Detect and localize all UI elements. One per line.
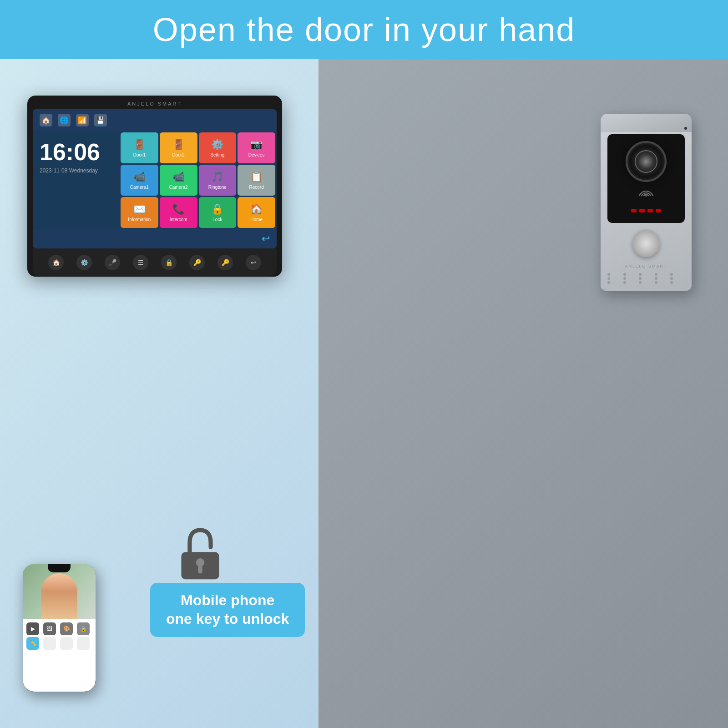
tile-devices-label: Devices <box>248 152 265 157</box>
monitor-brand: ANJELO SMART <box>33 101 277 106</box>
camera1-icon: 📹 <box>133 171 146 183</box>
phone-video-preview <box>23 564 96 619</box>
ctrl-btn-3[interactable]: 🎤 <box>105 255 120 270</box>
speaker-dot <box>655 277 657 280</box>
monitor-controls: 🏠 ⚙️ 🎤 ☰ 🔒 🔑 🔑 ↩ <box>33 248 277 277</box>
speaker-dot <box>639 273 642 276</box>
ctrl-btn-7[interactable]: 🔑 <box>217 255 233 270</box>
speaker-dot <box>655 273 657 276</box>
speaker-dot <box>639 281 642 284</box>
ctrl-btn-6[interactable]: 🔑 <box>189 255 205 270</box>
lock-icon: 🔒 <box>211 203 223 215</box>
screen-bottombar: ↩ <box>33 229 277 248</box>
monitor-screen: 🏠 🌐 📶 💾 16:06 2023-11-08 Wednesday <box>33 109 277 248</box>
phone-container: ▶ 🖼 🎨 🔒 ✏️ <box>14 564 105 692</box>
ctrl-btn-4[interactable]: ☰ <box>133 255 148 270</box>
app-gallery[interactable]: 🖼 <box>43 622 56 635</box>
phone-app-grid: ▶ 🖼 🎨 🔒 ✏️ <box>23 619 96 653</box>
right-panel: ANJELO SMART <box>318 59 728 728</box>
home-topbar-icon[interactable]: 🏠 <box>40 114 52 126</box>
phone-hand: ▶ 🖼 🎨 🔒 ✏️ <box>14 564 105 692</box>
tile-record[interactable]: 📋 Record <box>238 165 275 196</box>
clock-date: 2023-11-08 Wednesday <box>40 167 112 174</box>
wifi-topbar-icon[interactable]: 📶 <box>76 114 89 126</box>
speaker-dot <box>639 277 642 280</box>
ctrl-btn-8[interactable]: ↩ <box>246 255 261 270</box>
tile-ringtone-label: Ringtone <box>208 185 227 190</box>
app-messages[interactable] <box>43 637 56 650</box>
app-features[interactable] <box>77 637 90 650</box>
ctrl-btn-1[interactable]: 🏠 <box>48 255 64 270</box>
svg-point-1 <box>196 558 204 566</box>
ctrl-btn-5[interactable]: 🔒 <box>161 255 177 270</box>
tile-information[interactable]: ✉️ Information <box>121 197 158 228</box>
monitor-outer: ANJELO SMART 🏠 🌐 📶 💾 16:06 202 <box>27 96 282 277</box>
app-playback[interactable]: ▶ <box>26 622 39 635</box>
tile-ringtone[interactable]: 🎵 Ringtone <box>199 165 237 196</box>
tile-camera1[interactable]: 📹 Camera1 <box>121 165 158 196</box>
app-lock[interactable]: 🔒 <box>77 622 90 635</box>
tile-lock[interactable]: 🔒 Lock <box>199 197 237 228</box>
app-email[interactable] <box>60 637 73 650</box>
phone-device: ▶ 🖼 🎨 🔒 ✏️ <box>23 564 96 692</box>
header-banner: Open the door in your hand <box>0 0 728 59</box>
speaker-dot <box>607 277 610 280</box>
tile-camera2-label: Camera2 <box>169 185 188 190</box>
unlock-text: Mobile phoneone key to unlock <box>166 591 289 629</box>
doorbell-outer: ANJELO SMART <box>601 114 692 291</box>
tile-home[interactable]: 🏠 Home <box>238 197 275 228</box>
tile-setting-label: Setting <box>210 152 224 157</box>
ringtone-icon: 🎵 <box>211 171 223 183</box>
record-icon: 📋 <box>250 171 263 183</box>
tile-setting[interactable]: ⚙️ Setting <box>199 132 237 163</box>
door1-icon: 🚪 <box>133 139 146 151</box>
back-button[interactable]: ↩ <box>262 233 270 245</box>
led-2 <box>639 209 645 212</box>
camera-inner <box>635 150 657 173</box>
doorbell-brand: ANJELO SMART <box>607 264 685 268</box>
speaker-dot <box>655 281 657 284</box>
doorbell-camera-dot <box>684 127 687 130</box>
svg-point-3 <box>645 195 647 197</box>
clock-time: 16:06 <box>40 140 112 164</box>
unlock-icon-container <box>173 526 228 582</box>
doorbell-button[interactable] <box>632 230 660 257</box>
tile-lock-label: Lock <box>212 217 222 222</box>
tile-camera2[interactable]: 📹 Camera2 <box>160 165 197 196</box>
led-4 <box>656 209 661 212</box>
globe-topbar-icon[interactable]: 🌐 <box>58 114 71 126</box>
speaker-dot <box>607 273 610 276</box>
tile-door1[interactable]: 🚪 Door1 <box>121 132 158 163</box>
person-silhouette <box>41 573 77 619</box>
save-topbar-icon[interactable]: 💾 <box>94 114 107 126</box>
information-icon: ✉️ <box>133 203 146 215</box>
tile-door1-label: Door1 <box>133 152 146 157</box>
unlock-svg-icon <box>173 526 228 581</box>
phone-notch <box>48 564 71 572</box>
tiles-grid: 🚪 Door1 🚪 Door2 ⚙️ Setting <box>119 131 277 229</box>
tile-intercom[interactable]: 📞 Intercom <box>160 197 197 228</box>
led-3 <box>647 209 653 212</box>
home-tile-icon: 🏠 <box>250 203 263 215</box>
camera-lens <box>626 141 667 182</box>
speaker-dot <box>623 273 626 276</box>
tile-door2-label: Door2 <box>172 152 185 157</box>
speaker-dot <box>670 277 673 280</box>
tile-camera1-label: Camera1 <box>130 185 149 190</box>
tile-intercom-label: Intercom <box>170 217 187 222</box>
app-theme[interactable]: 🎨 <box>60 622 73 635</box>
setting-icon: ⚙️ <box>211 139 223 151</box>
camera2-icon: 📹 <box>172 171 185 183</box>
screen-topbar: 🏠 🌐 📶 💾 <box>33 109 277 131</box>
tile-devices[interactable]: 📷 Devices <box>238 132 275 163</box>
tile-home-label: Home <box>250 217 263 222</box>
intercom-icon: 📞 <box>172 203 185 215</box>
svg-rect-2 <box>198 566 202 574</box>
app-edit[interactable]: ✏️ <box>26 637 39 650</box>
ctrl-btn-2[interactable]: ⚙️ <box>76 255 92 270</box>
speaker-dot <box>623 277 626 280</box>
screen-clock-section: 16:06 2023-11-08 Wednesday <box>33 131 119 229</box>
tile-door2[interactable]: 🚪 Door2 <box>160 132 197 163</box>
page-title: Open the door in your hand <box>153 11 576 48</box>
doorbell-hood <box>601 114 692 132</box>
